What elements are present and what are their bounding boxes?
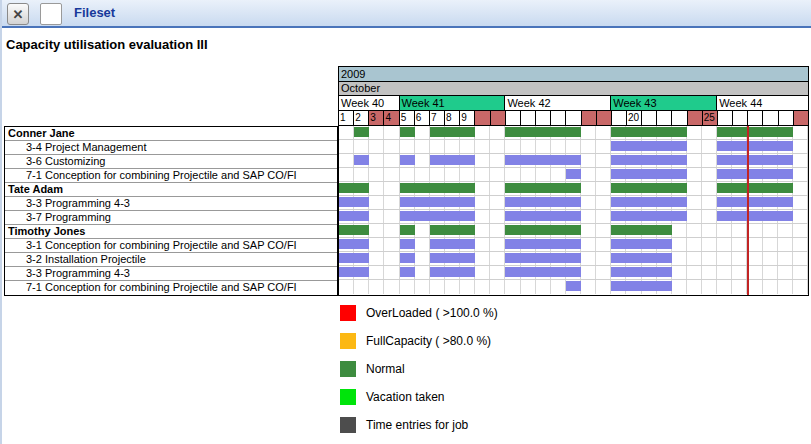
grid-cell [475,182,490,195]
grid-cell [384,126,399,139]
grid-cell [763,266,778,279]
grid-cell [687,154,702,167]
capacity-bar [400,211,476,221]
grid-cell [400,140,415,153]
grid-cell [475,266,490,279]
grid-cell [369,126,384,139]
grid-cell [430,280,445,294]
day-cell: 2 [354,111,369,125]
legend-label: OverLoaded ( >100.0 %) [366,306,498,320]
grid-cell [475,168,490,181]
day-cell [763,111,778,125]
day-cell: 20 [627,111,642,125]
person-row-label: Timothy Jones [5,225,337,239]
task-row-label: 7-1 Conception for combining Projectile … [5,169,337,183]
chart-row [339,224,808,238]
task-row-label: 3-2 Installation Projectile [5,253,337,267]
grid-cell [581,182,596,195]
grid-cell [384,280,399,294]
grid-cell [747,252,762,265]
fileset-box-button[interactable] [40,3,62,25]
grid-cell [400,280,415,294]
capacity-bar [430,253,475,263]
day-cell [566,111,581,125]
day-cell [794,111,808,125]
grid-cell [747,224,762,237]
page-title: Capacity utilisation evaluation III [6,37,208,52]
day-cell [506,111,521,125]
capacity-bar [611,239,672,249]
grid-cell [702,168,717,181]
close-icon[interactable]: ✕ [7,3,29,25]
capacity-bar [400,225,415,235]
grid-cell [732,224,747,237]
grid-cell [687,168,702,181]
day-cell [672,111,687,125]
grid-cell [369,252,384,265]
grid-cell [415,280,430,294]
capacity-bar [339,267,369,277]
grid-cell [369,280,384,294]
capacity-bar [611,183,687,193]
grid-cell [490,266,505,279]
grid-cell [490,210,505,223]
task-row-label: 3-6 Customizing [5,155,337,169]
grid-cell [505,168,520,181]
chart-row [339,182,808,196]
task-row-label: 7-1 Conception for combining Projectile … [5,281,337,295]
capacity-bar [430,239,475,249]
grid-cell [763,252,778,265]
grid-cell [354,280,369,294]
grid-cell [793,224,808,237]
grid-cell [430,140,445,153]
grid-cell [672,224,687,237]
legend-item: Vacation taken [340,389,498,405]
grid-cell [475,210,490,223]
grid-cell [717,266,732,279]
capacity-bar [400,155,415,165]
day-cell [612,111,627,125]
day-cell: 9 [460,111,475,125]
capacity-bar [400,267,415,277]
grid-cell [415,224,430,237]
capacity-bar [717,197,793,207]
grid-cell [415,252,430,265]
capacity-bar [354,127,369,137]
capacity-bar [717,169,793,179]
month-row: October [339,82,808,96]
capacity-bar [611,267,672,277]
day-cell [551,111,566,125]
grid-cell [384,252,399,265]
legend-swatch [340,417,356,433]
grid-cell [687,140,702,153]
grid-cell [415,266,430,279]
grid-cell [717,252,732,265]
grid-cell [778,280,793,294]
grid-cell [793,238,808,251]
day-cell [733,111,748,125]
capacity-bar [566,169,581,179]
grid-cell [505,280,520,294]
day-cell: 1 [339,111,354,125]
grid-cell [490,126,505,139]
chart-rows [339,126,808,295]
grid-cell [369,168,384,181]
day-cell [657,111,672,125]
capacity-bar [400,253,415,263]
grid-cell [369,266,384,279]
grid-cell [475,252,490,265]
year-row: 2009 [339,67,808,82]
capacity-bar [430,127,475,137]
grid-cell [672,266,687,279]
day-cell [521,111,536,125]
task-row-label: 3-7 Programming [5,211,337,225]
capacity-bar [505,225,581,235]
day-cell: 25 [703,111,718,125]
grid-cell [536,280,551,294]
grid-cell [415,126,430,139]
legend-label: Normal [366,362,405,376]
grid-cell [521,280,536,294]
grid-cell [581,140,596,153]
grid-cell [596,238,611,251]
week-cell: Week 42 [505,96,611,110]
